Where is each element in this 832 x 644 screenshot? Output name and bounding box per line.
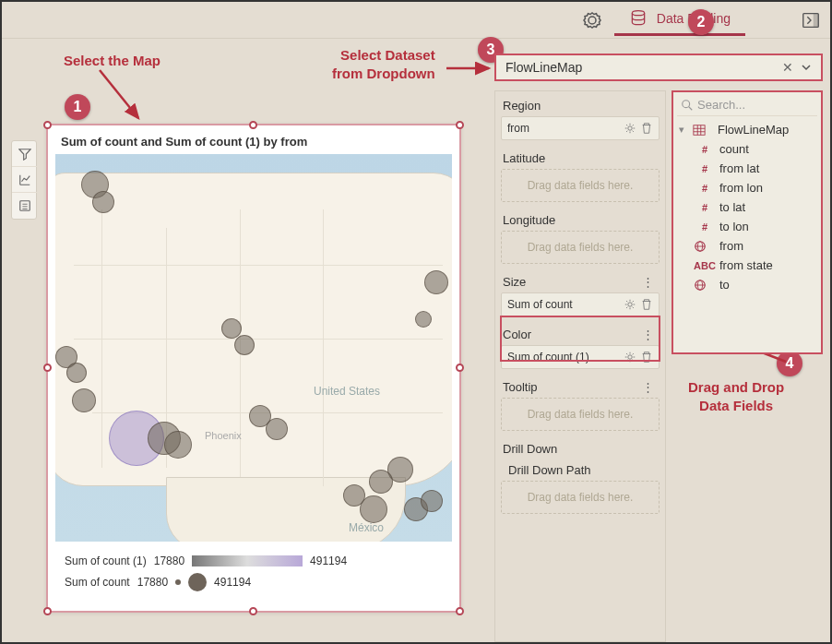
region-value: from (507, 122, 529, 135)
tree-field-row[interactable]: to (677, 275, 817, 294)
number-type-icon: # (694, 202, 716, 213)
color-field-pill[interactable]: Sum of count (1) (501, 345, 660, 369)
number-type-icon: # (694, 144, 716, 155)
number-type-icon: # (694, 221, 716, 233)
svg-point-10 (628, 126, 632, 130)
search-placeholder: Search... (697, 98, 745, 112)
trash-icon[interactable] (640, 351, 653, 364)
drill-dropzone[interactable]: Drag data fields here. (501, 481, 660, 514)
mexico-label: México (349, 521, 384, 534)
trash-icon[interactable] (640, 122, 653, 135)
legend-row2-min: 17880 (137, 576, 168, 589)
city-label: Phoenix (205, 430, 242, 441)
list-tool-icon[interactable] (12, 193, 38, 219)
longitude-dropzone[interactable]: Drag data fields here. (501, 231, 660, 264)
country-label: United States (314, 385, 380, 398)
svg-rect-15 (694, 125, 705, 135)
legend-row1-name: Sum of count (1) (65, 555, 147, 567)
gear-icon[interactable] (624, 298, 636, 311)
tree-table-row[interactable]: ▾ FlowLineMap (677, 120, 817, 139)
database-icon (629, 9, 648, 28)
annotation-drag-drop: Drag and Drop Data Fields (688, 378, 784, 414)
tooltip-dropzone[interactable]: Drag data fields here. (501, 398, 660, 431)
region-field-pill[interactable]: from (501, 116, 660, 140)
tree-field-row[interactable]: #to lon (677, 217, 817, 236)
latitude-dropzone[interactable]: Drag data fields here. (501, 169, 660, 202)
tree-table-label: FlowLineMap (718, 123, 789, 137)
globe-icon (694, 279, 716, 292)
legend-bubble-big-icon (188, 573, 207, 591)
legend-gradient-icon (192, 555, 303, 566)
color-value: Sum of count (1) (507, 351, 589, 364)
svg-rect-2 (814, 13, 819, 27)
chevron-down-icon[interactable] (801, 62, 812, 73)
svg-point-0 (632, 11, 644, 16)
dataset-selected-label: FlowLineMap (505, 60, 582, 75)
gear-icon[interactable] (624, 122, 636, 135)
globe-icon (694, 240, 716, 253)
map-legend: Sum of count (1) 17880 491194 Sum of cou… (48, 542, 459, 604)
tree-field-label: count (719, 142, 749, 156)
left-toolbar (11, 140, 37, 220)
drill-label: Drill Down (503, 442, 557, 456)
dataset-dropdown[interactable]: FlowLineMap ✕ (494, 54, 823, 81)
step-badge-4: 4 (777, 351, 802, 376)
drill-sublabel: Drill Down Path (501, 459, 660, 481)
tree-field-label: to lat (719, 200, 745, 214)
region-label: Region (503, 99, 541, 113)
trash-icon[interactable] (640, 298, 653, 311)
data-binding-tab[interactable]: Data Binding (614, 4, 745, 36)
filter-tool-icon[interactable] (12, 141, 38, 167)
map-canvas[interactable]: United States Phoenix México (55, 154, 452, 542)
gear-icon[interactable] (624, 351, 636, 364)
tree-field-label: to (719, 278, 730, 292)
tree-field-row[interactable]: #count (677, 139, 817, 159)
table-icon (692, 124, 714, 137)
tooltip-menu-icon[interactable]: ⋮ (638, 380, 658, 394)
svg-line-14 (689, 106, 693, 110)
tree-field-row[interactable]: #from lon (677, 178, 817, 197)
color-label: Color (503, 328, 531, 341)
text-type-icon: ABC (694, 260, 716, 271)
tree-field-row[interactable]: #from lat (677, 159, 817, 178)
step-badge-2: 2 (688, 9, 714, 35)
size-menu-icon[interactable]: ⋮ (638, 275, 658, 289)
settings-gear-icon[interactable] (581, 9, 603, 31)
tooltip-label: Tooltip (503, 380, 538, 394)
latitude-label: Latitude (503, 151, 545, 165)
fields-tree: Search... ▾ FlowLineMap #count#from lat#… (672, 90, 823, 354)
tree-field-label: from lon (719, 181, 763, 195)
annotation-select-dataset: Select Dataset from Dropdown (332, 46, 435, 82)
svg-point-12 (628, 355, 632, 359)
svg-point-11 (628, 303, 632, 306)
tree-field-row[interactable]: #to lat (677, 197, 817, 217)
map-widget[interactable]: Sum of count and Sum of count (1) by fro… (46, 124, 461, 613)
collapse-panel-icon[interactable] (801, 10, 821, 30)
legend-row2-name: Sum of count (65, 576, 130, 589)
svg-point-13 (683, 100, 690, 107)
binding-panel: Region from Latitude Drag data fields he… (494, 90, 666, 642)
map-title: Sum of count and Sum of count (1) by fro… (48, 125, 459, 154)
chevron-down-icon[interactable]: ▾ (679, 124, 692, 136)
color-menu-icon[interactable]: ⋮ (638, 328, 658, 341)
size-field-pill[interactable]: Sum of count (501, 292, 660, 316)
tree-field-label: from lat (719, 161, 759, 175)
annotation-select-map: Select the Map (64, 52, 160, 70)
legend-bubble-small-icon (175, 579, 181, 585)
clear-dataset-icon[interactable]: ✕ (782, 60, 793, 75)
legend-row1-max: 491194 (310, 555, 347, 567)
tree-field-row[interactable]: ABCfrom state (677, 256, 817, 275)
svg-line-3 (100, 70, 138, 118)
tree-field-label: to lon (719, 220, 749, 233)
legend-row2-max: 491194 (214, 576, 251, 589)
number-type-icon: # (694, 183, 716, 194)
legend-row1-min: 17880 (154, 555, 184, 567)
size-label: Size (503, 275, 526, 289)
tree-field-row[interactable]: from (677, 236, 817, 256)
chart-tool-icon[interactable] (12, 167, 38, 193)
step-badge-1: 1 (65, 94, 90, 120)
tree-field-label: from state (719, 258, 773, 272)
search-input[interactable]: Search... (677, 94, 817, 116)
search-icon (681, 99, 694, 112)
number-type-icon: # (694, 163, 716, 174)
